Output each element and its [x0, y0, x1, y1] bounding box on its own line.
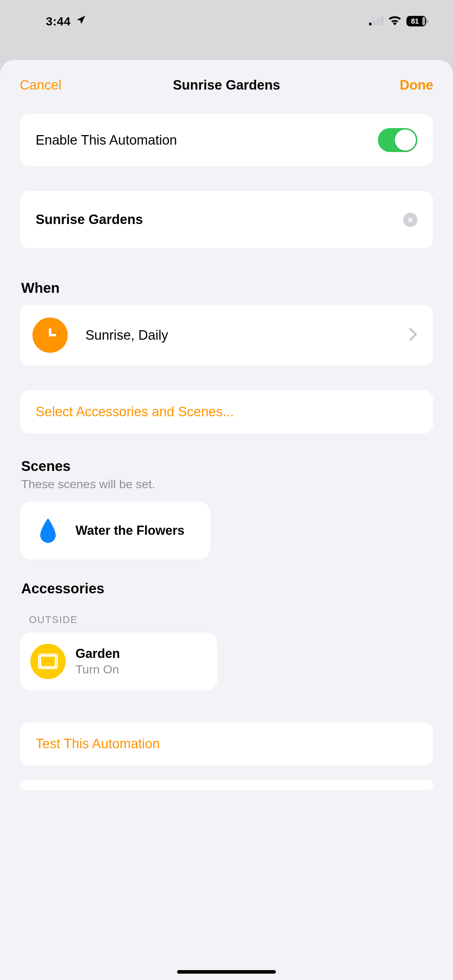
- location-icon: [75, 14, 86, 28]
- battery-icon: 81: [407, 16, 428, 27]
- accessory-tile[interactable]: Garden Turn On: [20, 633, 217, 690]
- sheet-header: Cancel Sunrise Gardens Done: [0, 60, 453, 114]
- status-bar: 3:44 81: [0, 0, 453, 42]
- done-button[interactable]: Done: [380, 78, 433, 93]
- svg-rect-9: [40, 656, 56, 667]
- room-label: OUTSIDE: [29, 614, 433, 625]
- sheet-title: Sunrise Gardens: [73, 78, 380, 93]
- name-row[interactable]: Sunrise Gardens: [20, 191, 433, 248]
- when-schedule: Sunrise, Daily: [85, 328, 409, 343]
- enable-card: Enable This Automation: [20, 114, 433, 166]
- when-card: Sunrise, Daily: [20, 305, 433, 366]
- scene-tile-text: Water the Flowers: [75, 523, 200, 538]
- svg-rect-5: [422, 17, 425, 25]
- when-section-title: When: [21, 280, 433, 296]
- cancel-button[interactable]: Cancel: [20, 78, 73, 93]
- enable-label: Enable This Automation: [36, 133, 378, 148]
- accessory-tile-text: Garden Turn On: [75, 646, 207, 677]
- svg-rect-3: [381, 16, 383, 25]
- accessories-section-title: Accessories: [21, 581, 433, 597]
- scene-tile[interactable]: Water the Flowers: [20, 502, 210, 560]
- automation-sheet: Cancel Sunrise Gardens Done Enable This …: [0, 60, 453, 980]
- accessory-state: Turn On: [75, 662, 207, 677]
- close-icon: [407, 216, 413, 223]
- accessories-grid: Garden Turn On: [20, 633, 433, 690]
- enable-row[interactable]: Enable This Automation: [20, 114, 433, 166]
- clear-name-button[interactable]: [403, 213, 417, 227]
- next-card-peek: [20, 780, 433, 790]
- enable-toggle[interactable]: [378, 128, 417, 152]
- test-automation-button[interactable]: Test This Automation: [20, 722, 433, 765]
- when-row[interactable]: Sunrise, Daily: [20, 305, 433, 366]
- scenes-subtitle: These scenes will be set.: [21, 477, 433, 491]
- sprinkler-icon: [30, 644, 66, 679]
- scenes-section-title: Scenes: [21, 458, 433, 474]
- svg-rect-2: [377, 18, 379, 25]
- water-drop-icon: [30, 513, 66, 548]
- svg-rect-0: [369, 22, 372, 25]
- status-right: 81: [369, 14, 428, 28]
- scene-name: Water the Flowers: [75, 523, 200, 538]
- clock-icon: [32, 318, 68, 353]
- accessory-name: Garden: [75, 646, 207, 661]
- test-card: Test This Automation: [20, 722, 433, 765]
- status-time: 3:44: [46, 14, 71, 28]
- scenes-grid: Water the Flowers: [20, 502, 433, 560]
- select-card: Select Accessories and Scenes...: [20, 390, 433, 434]
- svg-rect-6: [426, 19, 428, 23]
- cellular-icon: [369, 14, 383, 28]
- svg-text:81: 81: [411, 17, 419, 25]
- home-indicator: [177, 970, 276, 974]
- select-accessories-button[interactable]: Select Accessories and Scenes...: [20, 390, 433, 434]
- name-card: Sunrise Gardens: [20, 191, 433, 248]
- chevron-right-icon: [409, 328, 417, 342]
- status-left: 3:44: [46, 14, 86, 28]
- automation-name: Sunrise Gardens: [36, 212, 403, 227]
- wifi-icon: [388, 14, 402, 28]
- svg-rect-1: [373, 21, 375, 25]
